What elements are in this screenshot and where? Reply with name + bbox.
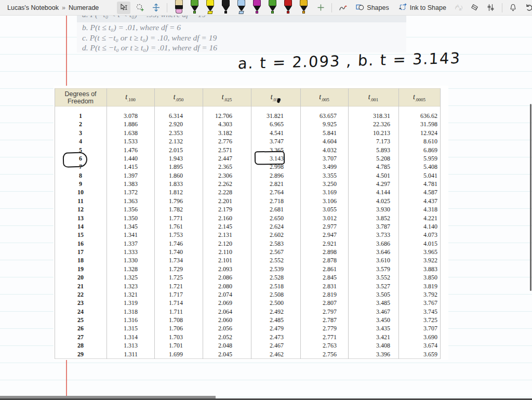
t-value-cell: 318.31 [348, 112, 398, 120]
lasso-select-button[interactable] [133, 2, 147, 14]
shapes-button[interactable]: Shapes [352, 2, 392, 14]
vertical-scrollbar-thumb[interactable] [530, 104, 532, 291]
df-cell: 26 [55, 324, 107, 332]
df-cell: 25 [55, 316, 107, 324]
t-value-cell: 2.353 [154, 129, 203, 137]
t-value-cell: 2.479 [251, 324, 300, 332]
df-cell: 17 [55, 248, 107, 256]
t-value-cell: 9.925 [300, 120, 348, 128]
gold-pen[interactable] [298, 0, 309, 15]
t-value-cell: 2.045 [203, 350, 251, 358]
t-value-cell: 3.850 [398, 273, 440, 282]
t-value-cell: 4.785 [348, 163, 398, 171]
t-value-cell: 31.598 [398, 120, 440, 128]
table-column-border [440, 88, 441, 359]
notifications-bell-button[interactable] [507, 2, 520, 14]
t-value-cell: 4.587 [398, 188, 440, 196]
green-pen-2-part [271, 11, 274, 14]
green-pen-2[interactable] [267, 0, 278, 15]
t-value-cell: 2.064 [203, 308, 251, 316]
t-value-cell: 2.145 [203, 222, 251, 231]
t-value-cell: 1.350 [107, 214, 154, 222]
stroke-settings-button[interactable] [484, 2, 498, 14]
t-value-cell: 2.763 [300, 341, 348, 350]
t-value-cell: 1.315 [107, 324, 154, 332]
header-text: Freedom [68, 98, 94, 105]
t-value-cell: 2.571 [203, 146, 251, 154]
t-value-cell: 1.533 [107, 137, 154, 145]
eraser-tool-button[interactable] [468, 2, 482, 14]
t-value-cell: 6.965 [251, 120, 300, 128]
t-value-cell: 2.201 [203, 197, 251, 205]
t-value-cell: 1.703 [154, 333, 203, 341]
magenta-pen-part [253, 0, 261, 6]
t-value-cell: 3.408 [348, 341, 398, 350]
t-value-cell: 2.898 [300, 248, 348, 256]
green-pen[interactable] [189, 0, 200, 15]
t-value-cell: 1.372 [107, 188, 154, 196]
t-value-cell: 3.725 [398, 316, 440, 324]
t-value-cell: 2.602 [251, 231, 300, 239]
magenta-pen[interactable] [251, 0, 262, 15]
inking-gesture-button[interactable] [336, 2, 350, 14]
t-value-cell: 1.740 [154, 248, 203, 256]
df-cell: 20 [55, 273, 107, 282]
t-value-cell: 2.228 [203, 188, 251, 196]
t-value-cell: 2.776 [203, 137, 251, 145]
horizontal-scrollbar-thumb[interactable] [0, 396, 216, 398]
select-tool-button[interactable] [117, 2, 130, 14]
t-value-cell: 3.355 [300, 171, 348, 180]
t-value-cell: 1.895 [154, 163, 203, 171]
t-value-cell: 3.686 [348, 239, 398, 248]
whiteboard-canvas[interactable]: a. P(−t₀ < t < t₀) = .95, where df = 19 … [0, 16, 532, 400]
t-value-cell: 2.624 [251, 222, 300, 231]
breadcrumb: Lucas's Notebook»Numerade [7, 4, 99, 11]
t-value-cell: 1.796 [154, 197, 203, 205]
t-value-cell: 4.032 [300, 146, 348, 154]
ink-to-shape-button[interactable]: Ink to Shape [395, 2, 449, 14]
t-value-cell: 1.333 [107, 248, 154, 256]
yellow-highlighter-part [206, 6, 214, 11]
header-label: t.0005 [413, 93, 425, 102]
yellow-highlighter[interactable] [205, 0, 216, 15]
t-value-cell: 2.056 [203, 324, 251, 332]
table-column-border [398, 88, 399, 359]
header-t.100: t.100 [107, 89, 154, 106]
df-cell: 23 [55, 299, 107, 307]
green-pen-part [191, 0, 198, 6]
breadcrumb-separator: » [62, 4, 65, 11]
move-canvas-button[interactable] [149, 2, 163, 14]
bell-icon [509, 3, 517, 12]
ink-to-shape-label: Ink to Shape [410, 4, 446, 11]
blue-highlighter[interactable] [236, 0, 247, 15]
t-value-cell: 1.746 [154, 239, 203, 248]
blue-highlighter-part [239, 11, 244, 14]
t-value-cell: 3.610 [348, 256, 398, 264]
undo-button[interactable] [523, 2, 532, 14]
t-value-cell: 3.012 [300, 214, 348, 222]
select-cursor-icon [119, 3, 128, 12]
red-pen[interactable] [283, 0, 294, 15]
df-cell: 15 [55, 231, 107, 239]
t-value-cell: 1.314 [107, 333, 154, 341]
magenta-pen-part [253, 6, 261, 11]
t-value-cell: 4.221 [398, 214, 440, 222]
t-value-cell: 2.921 [300, 239, 348, 248]
t-value-cell: 2.552 [251, 256, 300, 264]
t-value-cell: 3.792 [398, 290, 440, 299]
add-pen-button[interactable] [314, 2, 327, 14]
t-value-cell: 2.074 [203, 290, 251, 299]
df-cell: 24 [55, 308, 107, 316]
t-value-cell: 2.797 [300, 308, 348, 316]
df-cell: 16 [55, 239, 107, 248]
t-value-cell: 4.144 [348, 188, 398, 196]
t-value-cell: 3.787 [348, 222, 398, 231]
t-value-cell: 2.819 [300, 290, 348, 299]
t-value-cell: 63.657 [300, 112, 348, 120]
t-value-cell: 1.761 [154, 222, 203, 231]
t-value-cell: 2.500 [251, 299, 300, 307]
df-cell: 8 [55, 171, 107, 180]
t-value-cell: 1.753 [154, 231, 203, 239]
eraser-pen[interactable] [174, 0, 184, 15]
black-pen[interactable] [220, 0, 231, 15]
